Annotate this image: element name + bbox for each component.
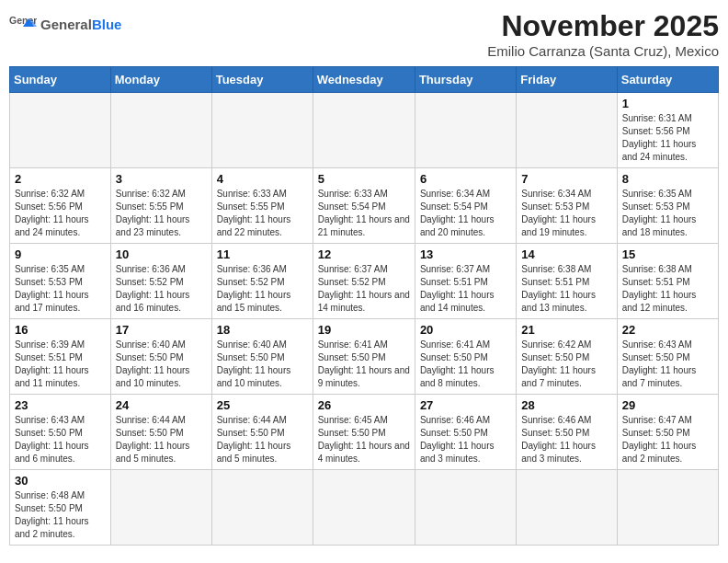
weekday-header-wednesday: Wednesday — [313, 67, 415, 93]
table-row: 12Sunrise: 6:37 AM Sunset: 5:52 PM Dayli… — [313, 244, 415, 319]
day-info: Sunrise: 6:46 AM Sunset: 5:50 PM Dayligh… — [420, 414, 511, 465]
generalblue-logo-icon: General — [9, 13, 37, 35]
day-info: Sunrise: 6:32 AM Sunset: 5:56 PM Dayligh… — [15, 188, 106, 239]
day-info: Sunrise: 6:44 AM Sunset: 5:50 PM Dayligh… — [116, 414, 207, 465]
table-row: 26Sunrise: 6:45 AM Sunset: 5:50 PM Dayli… — [313, 395, 415, 470]
day-number: 10 — [116, 247, 207, 261]
day-number: 4 — [217, 172, 308, 186]
table-row — [110, 93, 211, 168]
calendar: SundayMondayTuesdayWednesdayThursdayFrid… — [9, 66, 719, 546]
table-row — [517, 470, 617, 546]
table-row — [211, 470, 313, 546]
day-number: 29 — [622, 398, 713, 412]
table-row: 23Sunrise: 6:43 AM Sunset: 5:50 PM Dayli… — [10, 395, 111, 470]
day-info: Sunrise: 6:34 AM Sunset: 5:53 PM Dayligh… — [521, 188, 611, 239]
day-number: 27 — [420, 398, 511, 412]
day-info: Sunrise: 6:35 AM Sunset: 5:53 PM Dayligh… — [15, 263, 106, 315]
day-info: Sunrise: 6:35 AM Sunset: 5:53 PM Dayligh… — [622, 188, 713, 239]
logo: General GeneralBlue — [9, 13, 121, 35]
day-number: 28 — [521, 398, 611, 412]
weekday-header-sunday: Sunday — [10, 67, 111, 93]
day-number: 25 — [217, 398, 308, 412]
table-row: 9Sunrise: 6:35 AM Sunset: 5:53 PM Daylig… — [10, 244, 111, 319]
day-info: Sunrise: 6:41 AM Sunset: 5:50 PM Dayligh… — [318, 339, 410, 390]
day-info: Sunrise: 6:38 AM Sunset: 5:51 PM Dayligh… — [622, 263, 713, 315]
calendar-week-row: 30Sunrise: 6:48 AM Sunset: 5:50 PM Dayli… — [10, 470, 719, 546]
table-row: 6Sunrise: 6:34 AM Sunset: 5:54 PM Daylig… — [415, 168, 516, 244]
weekday-header-thursday: Thursday — [415, 67, 516, 93]
day-number: 8 — [622, 172, 713, 186]
weekday-header-friday: Friday — [517, 67, 617, 93]
table-row — [415, 470, 516, 546]
weekday-header-tuesday: Tuesday — [211, 67, 313, 93]
day-info: Sunrise: 6:33 AM Sunset: 5:54 PM Dayligh… — [318, 188, 410, 239]
table-row — [211, 93, 313, 168]
table-row: 16Sunrise: 6:39 AM Sunset: 5:51 PM Dayli… — [10, 319, 111, 395]
table-row: 24Sunrise: 6:44 AM Sunset: 5:50 PM Dayli… — [110, 395, 211, 470]
logo-text: GeneralBlue — [40, 17, 121, 31]
title-area: November 2025 Emilio Carranza (Santa Cru… — [487, 9, 719, 59]
day-number: 6 — [420, 172, 511, 186]
table-row — [415, 93, 516, 168]
table-row: 7Sunrise: 6:34 AM Sunset: 5:53 PM Daylig… — [517, 168, 617, 244]
day-info: Sunrise: 6:37 AM Sunset: 5:52 PM Dayligh… — [318, 263, 410, 315]
day-info: Sunrise: 6:40 AM Sunset: 5:50 PM Dayligh… — [217, 339, 308, 390]
table-row: 1Sunrise: 6:31 AM Sunset: 5:56 PM Daylig… — [617, 93, 718, 168]
table-row: 20Sunrise: 6:41 AM Sunset: 5:50 PM Dayli… — [415, 319, 516, 395]
day-number: 14 — [521, 247, 611, 261]
calendar-week-row: 1Sunrise: 6:31 AM Sunset: 5:56 PM Daylig… — [10, 93, 719, 168]
day-info: Sunrise: 6:39 AM Sunset: 5:51 PM Dayligh… — [15, 339, 106, 390]
day-number: 24 — [116, 398, 207, 412]
table-row: 27Sunrise: 6:46 AM Sunset: 5:50 PM Dayli… — [415, 395, 516, 470]
table-row: 22Sunrise: 6:43 AM Sunset: 5:50 PM Dayli… — [617, 319, 718, 395]
day-info: Sunrise: 6:47 AM Sunset: 5:50 PM Dayligh… — [622, 414, 713, 465]
day-info: Sunrise: 6:36 AM Sunset: 5:52 PM Dayligh… — [217, 263, 308, 315]
day-number: 20 — [420, 323, 511, 337]
day-number: 11 — [217, 247, 308, 261]
day-info: Sunrise: 6:45 AM Sunset: 5:50 PM Dayligh… — [318, 414, 410, 465]
day-number: 16 — [15, 323, 106, 337]
day-info: Sunrise: 6:37 AM Sunset: 5:51 PM Dayligh… — [420, 263, 511, 315]
day-info: Sunrise: 6:48 AM Sunset: 5:50 PM Dayligh… — [15, 489, 106, 541]
day-number: 18 — [217, 323, 308, 337]
table-row: 14Sunrise: 6:38 AM Sunset: 5:51 PM Dayli… — [517, 244, 617, 319]
day-number: 2 — [15, 172, 106, 186]
day-info: Sunrise: 6:41 AM Sunset: 5:50 PM Dayligh… — [420, 339, 511, 390]
table-row — [313, 470, 415, 546]
day-info: Sunrise: 6:42 AM Sunset: 5:50 PM Dayligh… — [521, 339, 611, 390]
day-number: 7 — [521, 172, 611, 186]
table-row: 28Sunrise: 6:46 AM Sunset: 5:50 PM Dayli… — [517, 395, 617, 470]
day-number: 1 — [622, 97, 713, 110]
day-number: 17 — [116, 323, 207, 337]
day-number: 5 — [318, 172, 410, 186]
day-info: Sunrise: 6:36 AM Sunset: 5:52 PM Dayligh… — [116, 263, 207, 315]
day-info: Sunrise: 6:38 AM Sunset: 5:51 PM Dayligh… — [521, 263, 611, 315]
weekday-header-saturday: Saturday — [617, 67, 718, 93]
table-row — [517, 93, 617, 168]
table-row — [110, 470, 211, 546]
header: General GeneralBlue November 2025 Emilio… — [9, 9, 719, 59]
calendar-week-row: 16Sunrise: 6:39 AM Sunset: 5:51 PM Dayli… — [10, 319, 719, 395]
day-info: Sunrise: 6:32 AM Sunset: 5:55 PM Dayligh… — [116, 188, 207, 239]
table-row: 30Sunrise: 6:48 AM Sunset: 5:50 PM Dayli… — [10, 470, 111, 546]
table-row: 10Sunrise: 6:36 AM Sunset: 5:52 PM Dayli… — [110, 244, 211, 319]
day-info: Sunrise: 6:43 AM Sunset: 5:50 PM Dayligh… — [15, 414, 106, 465]
table-row: 29Sunrise: 6:47 AM Sunset: 5:50 PM Dayli… — [617, 395, 718, 470]
day-number: 15 — [622, 247, 713, 261]
subtitle: Emilio Carranza (Santa Cruz), Mexico — [487, 43, 719, 59]
day-number: 12 — [318, 247, 410, 261]
day-info: Sunrise: 6:40 AM Sunset: 5:50 PM Dayligh… — [116, 339, 207, 390]
day-number: 23 — [15, 398, 106, 412]
table-row: 19Sunrise: 6:41 AM Sunset: 5:50 PM Dayli… — [313, 319, 415, 395]
day-info: Sunrise: 6:44 AM Sunset: 5:50 PM Dayligh… — [217, 414, 308, 465]
table-row: 15Sunrise: 6:38 AM Sunset: 5:51 PM Dayli… — [617, 244, 718, 319]
day-number: 3 — [116, 172, 207, 186]
day-info: Sunrise: 6:46 AM Sunset: 5:50 PM Dayligh… — [521, 414, 611, 465]
table-row: 4Sunrise: 6:33 AM Sunset: 5:55 PM Daylig… — [211, 168, 313, 244]
table-row — [10, 93, 111, 168]
table-row — [313, 93, 415, 168]
calendar-week-row: 9Sunrise: 6:35 AM Sunset: 5:53 PM Daylig… — [10, 244, 719, 319]
table-row: 11Sunrise: 6:36 AM Sunset: 5:52 PM Dayli… — [211, 244, 313, 319]
table-row: 3Sunrise: 6:32 AM Sunset: 5:55 PM Daylig… — [110, 168, 211, 244]
day-number: 30 — [15, 474, 106, 488]
